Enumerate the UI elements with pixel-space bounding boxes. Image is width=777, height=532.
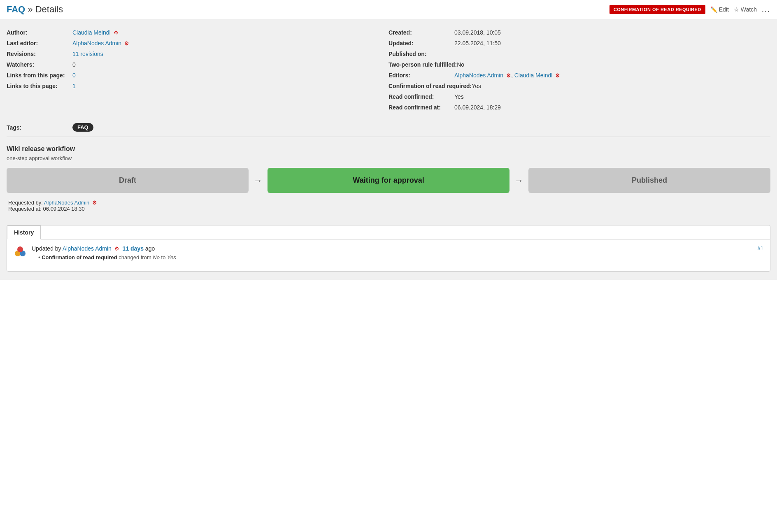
revisions-label: Revisions:	[7, 51, 72, 57]
links-from-value: 0	[72, 72, 76, 79]
links-from-label: Links from this page:	[7, 72, 72, 79]
edit-label: Edit	[719, 6, 729, 13]
revisions-link[interactable]: 11 revisions	[72, 51, 103, 57]
read-confirmed-label: Read confirmed:	[388, 93, 454, 100]
editors-label: Editors:	[388, 72, 454, 79]
published-on-row: Published on:	[388, 51, 770, 57]
waiting-label: Waiting for approval	[353, 176, 424, 184]
history-change: • Confirmation of read required changed …	[32, 254, 763, 260]
change-from: No	[153, 254, 160, 260]
title-details: Details	[35, 4, 63, 14]
watchers-row: Watchers: 0	[7, 61, 388, 68]
title-faq: FAQ	[7, 4, 25, 14]
tags-row: Tags: FAQ	[7, 123, 770, 132]
requested-at-prefix: Requested at:	[8, 206, 43, 212]
read-confirmed-at-value: 06.09.2024, 18:29	[454, 104, 501, 111]
read-confirmed-at-row: Read confirmed at: 06.09.2024, 18:29	[388, 104, 770, 111]
avatar-svg	[14, 245, 27, 258]
requested-at-value: 06.09.2024 18:30	[43, 206, 85, 212]
header-actions: CONFIRMATION OF READ REQUIRED ✏️ Edit ☆ …	[610, 5, 770, 14]
published-label: Published	[632, 176, 667, 184]
last-editor-label: Last editor:	[7, 40, 72, 46]
requester-link[interactable]: AlphaNodes Admin	[44, 200, 90, 206]
workflow-subtitle: one-step approval workflow	[7, 155, 770, 161]
history-tabs: History	[7, 225, 770, 239]
last-editor-row: Last editor: AlphaNodes Admin ⚙	[7, 40, 388, 46]
author-row: Author: Claudia Meindl ⚙	[7, 29, 388, 36]
more-button[interactable]: ...	[762, 5, 770, 14]
revisions-row: Revisions: 11 revisions	[7, 51, 388, 57]
two-person-label: Two-person rule fulfilled:	[388, 61, 457, 68]
workflow-step-published: Published	[528, 168, 770, 193]
read-confirmed-row: Read confirmed: Yes	[388, 93, 770, 100]
change-to: Yes	[167, 254, 176, 260]
editor-2-gear-icon: ⚙	[555, 72, 560, 79]
editor-2-link[interactable]: Claudia Meindl	[514, 72, 553, 79]
details-right: Created: 03.09.2018, 10:05 Updated: 22.0…	[388, 28, 770, 116]
edit-link[interactable]: ✏️ Edit	[710, 6, 729, 13]
confirmation-label: Confirmation of read required:	[388, 83, 472, 89]
created-label: Created:	[388, 29, 454, 36]
page-title: FAQ » Details	[7, 4, 63, 15]
author-link[interactable]: Claudia Meindl	[72, 29, 111, 36]
arrow-1-icon: →	[249, 175, 268, 186]
history-meta: #1 Updated by AlphaNodes Admin ⚙ 11 days…	[32, 245, 763, 260]
title-separator: »	[25, 4, 35, 14]
workflow-step-waiting: Waiting for approval	[268, 168, 509, 193]
requester-gear-icon: ⚙	[92, 200, 97, 206]
updated-label: Updated:	[388, 40, 454, 46]
history-time-link[interactable]: 11 days	[123, 245, 144, 252]
links-to-label: Links to this page:	[7, 83, 72, 89]
two-person-row: Two-person rule fulfilled: No	[388, 61, 770, 68]
editor-1-link[interactable]: AlphaNodes Admin	[454, 72, 503, 79]
revisions-value: 11 revisions	[72, 51, 103, 57]
history-user-gear-icon: ⚙	[114, 246, 119, 252]
links-from-row: Links from this page: 0	[7, 72, 388, 79]
watch-link[interactable]: ☆ Watch	[734, 6, 757, 13]
history-tab[interactable]: History	[7, 225, 41, 239]
tags-label: Tags:	[7, 124, 72, 131]
confirmation-row: Confirmation of read required: Yes	[388, 83, 770, 89]
history-number: #1	[758, 245, 763, 251]
watch-label: Watch	[741, 6, 757, 13]
history-meta-line: #1 Updated by AlphaNodes Admin ⚙ 11 days…	[32, 245, 763, 252]
draft-label: Draft	[119, 176, 136, 184]
confirmation-badge: CONFIRMATION OF READ REQUIRED	[610, 5, 705, 14]
history-entry: #1 Updated by AlphaNodes Admin ⚙ 11 days…	[14, 245, 763, 260]
published-on-label: Published on:	[388, 51, 454, 57]
links-to-row: Links to this page: 1	[7, 83, 388, 89]
author-value: Claudia Meindl ⚙	[72, 29, 119, 36]
svg-point-2	[17, 246, 23, 252]
tag-badge[interactable]: FAQ	[72, 123, 93, 132]
change-field: Confirmation of read required	[42, 254, 117, 260]
workflow-step-draft: Draft	[7, 168, 249, 193]
updated-prefix: Updated by	[32, 245, 63, 252]
divider	[7, 137, 770, 137]
author-gear-icon: ⚙	[114, 30, 119, 36]
last-editor-link[interactable]: AlphaNodes Admin	[72, 40, 121, 46]
created-value: 03.09.2018, 10:05	[454, 29, 501, 36]
links-from-link[interactable]: 0	[72, 72, 76, 79]
workflow-info: Requested by: AlphaNodes Admin ⚙ Request…	[8, 200, 770, 212]
editor-1-gear-icon: ⚙	[506, 72, 511, 79]
last-editor-value: AlphaNodes Admin ⚙	[72, 40, 129, 46]
pencil-icon: ✏️	[710, 6, 717, 13]
watchers-label: Watchers:	[7, 61, 72, 68]
updated-value: 22.05.2024, 11:50	[454, 40, 501, 46]
created-row: Created: 03.09.2018, 10:05	[388, 29, 770, 36]
requested-at-line: Requested at: 06.09.2024 18:30	[8, 206, 770, 212]
last-editor-gear-icon: ⚙	[124, 40, 129, 46]
history-section: History #1 Updated by AlphaNodes Admin	[7, 225, 770, 272]
links-to-link[interactable]: 1	[72, 83, 76, 89]
updated-row: Updated: 22.05.2024, 11:50	[388, 40, 770, 46]
history-time-suffix: ago	[145, 245, 155, 252]
page-header: FAQ » Details CONFIRMATION OF READ REQUI…	[0, 0, 777, 19]
requested-by-prefix: Requested by:	[8, 200, 44, 206]
read-confirmed-at-label: Read confirmed at:	[388, 104, 454, 111]
history-user-link[interactable]: AlphaNodes Admin	[63, 245, 112, 252]
workflow-steps: Draft → Waiting for approval → Published	[7, 168, 770, 193]
details-left: Author: Claudia Meindl ⚙ Last editor: Al…	[7, 28, 388, 116]
editors-row: Editors: AlphaNodes Admin ⚙, Claudia Mei…	[388, 72, 770, 79]
watchers-value: 0	[72, 61, 76, 68]
workflow-section: Wiki release workflow one-step approval …	[7, 142, 770, 218]
